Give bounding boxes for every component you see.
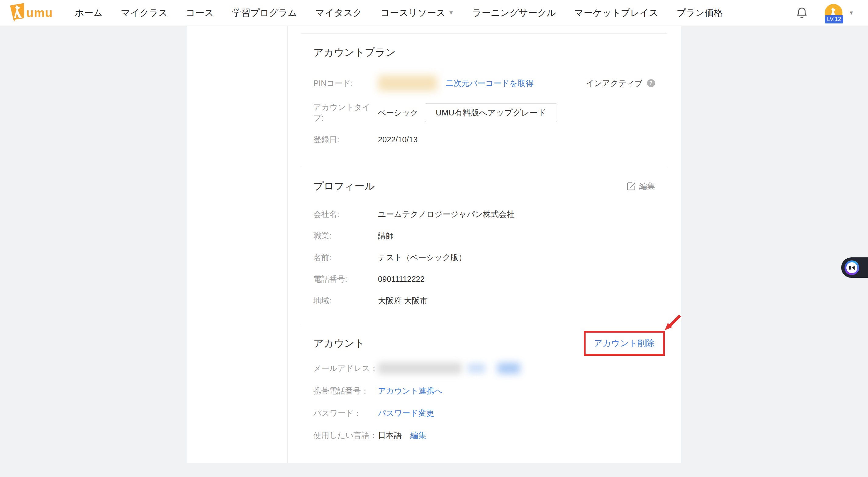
section-account-plan: アカウントプラン PINコード: 二次元バーコードを取得 インアクティブ ? ア… [301, 33, 667, 167]
occupation-row: 職業: 講師 [313, 230, 655, 241]
notification-bell-icon[interactable] [796, 7, 808, 19]
section-title-account: アカウント [313, 337, 365, 350]
nav-item-learning-circle[interactable]: ラーニングサークル [472, 7, 556, 19]
help-icon[interactable]: ? [647, 79, 655, 87]
name-label: 名前: [313, 252, 378, 263]
delete-account-link[interactable]: アカウント削除 [594, 339, 654, 348]
language-row: 使用したい言語： 日本語 編集 [313, 430, 655, 441]
nav-item-home[interactable]: ホーム [75, 7, 102, 19]
chevron-down-icon: ▼ [448, 9, 454, 16]
profile-edit-button[interactable]: 編集 [627, 181, 655, 192]
region-label: 地域: [313, 295, 378, 306]
email-redacted-link-1 [468, 363, 485, 373]
occupation-value: 講師 [378, 230, 394, 241]
mobile-row: 携帯電話番号： アカウント連携へ [313, 386, 655, 396]
change-password-link[interactable]: パスワード変更 [378, 408, 434, 418]
registration-date-label: 登録日: [313, 134, 378, 145]
account-type-row: アカウントタイプ: ベーシック UMU有料版へアップグレード [313, 102, 655, 123]
pin-code-row: PINコード: 二次元バーコードを取得 インアクティブ ? [313, 75, 655, 91]
name-value: テスト（ベーシック版） [378, 252, 466, 263]
password-label: パスワード： [313, 408, 378, 418]
account-menu-caret-icon[interactable]: ▼ [848, 10, 854, 16]
user-avatar[interactable]: LV.12 [825, 4, 842, 22]
nav-item-course-resource[interactable]: コースリソース ▼ [380, 7, 454, 19]
phone-row: 電話番号: 09011112222 [313, 274, 655, 285]
annotation-highlight-box: アカウント削除 [584, 331, 664, 356]
umu-logo-text: umu [26, 6, 53, 20]
region-value: 大阪府 大阪市 [378, 295, 428, 306]
account-link-link[interactable]: アカウント連携へ [378, 386, 443, 396]
section-title-profile: プロフィール [313, 180, 375, 193]
registration-date-row: 登録日: 2022/10/13 [313, 134, 655, 145]
account-type-value: ベーシック [378, 107, 418, 118]
section-account: アカウント アカウント削除 メールアドレス： 携帯電話 [301, 325, 667, 441]
umu-logo-icon [10, 3, 24, 23]
nav-item-marketplace[interactable]: マーケットプレイス [574, 7, 658, 19]
language-edit-link[interactable]: 編集 [410, 430, 426, 441]
pin-code-label: PINコード: [313, 78, 378, 89]
language-value: 日本語 [378, 430, 402, 441]
pin-status-group: インアクティブ ? [586, 78, 655, 89]
ai-assistant-button[interactable] [841, 257, 868, 278]
language-label: 使用したい言語： [313, 430, 378, 441]
registration-date-value: 2022/10/13 [378, 135, 418, 145]
pin-code-redacted-value [378, 75, 437, 91]
ai-assistant-icon [844, 260, 859, 275]
section-profile: プロフィール 編集 会社名: ユームテクノロジージャパン株式会社 職業: 講師 … [301, 167, 667, 325]
nav-item-my-class[interactable]: マイクラス [121, 7, 168, 19]
nav-item-course[interactable]: コース [186, 7, 214, 19]
main-navigation: ホーム マイクラス コース 学習プログラム マイタスク コースリソース ▼ ラー… [75, 7, 723, 19]
settings-content: アカウントプラン PINコード: 二次元バーコードを取得 インアクティブ ? ア… [288, 26, 681, 463]
settings-panel: アカウントプラン PINコード: 二次元バーコードを取得 インアクティブ ? ア… [187, 26, 681, 463]
email-label: メールアドレス： [313, 363, 378, 374]
delete-account-annotation: アカウント削除 [584, 331, 664, 356]
section-title-account-plan: アカウントプラン [313, 46, 655, 59]
company-row: 会社名: ユームテクノロジージャパン株式会社 [313, 209, 655, 220]
name-row: 名前: テスト（ベーシック版） [313, 252, 655, 263]
email-row: メールアドレス： [313, 362, 655, 374]
topbar-right-controls: LV.12 ▼ [796, 4, 854, 22]
upgrade-button[interactable]: UMU有料版へアップグレード [425, 103, 557, 122]
mobile-label: 携帯電話番号： [313, 386, 378, 396]
occupation-label: 職業: [313, 230, 378, 241]
company-label: 会社名: [313, 209, 378, 220]
top-navigation-bar: umu ホーム マイクラス コース 学習プログラム マイタスク コースリソース … [0, 0, 868, 26]
annotation-arrow-icon [660, 314, 682, 332]
phone-label: 電話番号: [313, 274, 378, 285]
level-badge: LV.12 [825, 15, 843, 24]
nav-item-plan-pricing[interactable]: プラン価格 [677, 7, 723, 19]
region-row: 地域: 大阪府 大阪市 [313, 295, 655, 306]
umu-logo[interactable]: umu [10, 3, 53, 23]
nav-item-my-task[interactable]: マイタスク [315, 7, 362, 19]
settings-sidebar [187, 26, 288, 463]
nav-item-learning-program[interactable]: 学習プログラム [232, 7, 297, 19]
edit-icon [627, 182, 636, 191]
profile-edit-label: 編集 [639, 181, 655, 192]
email-redacted-link-2 [498, 363, 520, 374]
company-value: ユームテクノロジージャパン株式会社 [378, 209, 515, 220]
password-row: パスワード： パスワード変更 [313, 408, 655, 418]
email-redacted-value [378, 362, 462, 374]
phone-value: 09011112222 [378, 275, 425, 284]
get-qr-code-link[interactable]: 二次元バーコードを取得 [446, 78, 533, 89]
account-type-label: アカウントタイプ: [313, 102, 378, 123]
pin-status-text: インアクティブ [586, 78, 643, 89]
